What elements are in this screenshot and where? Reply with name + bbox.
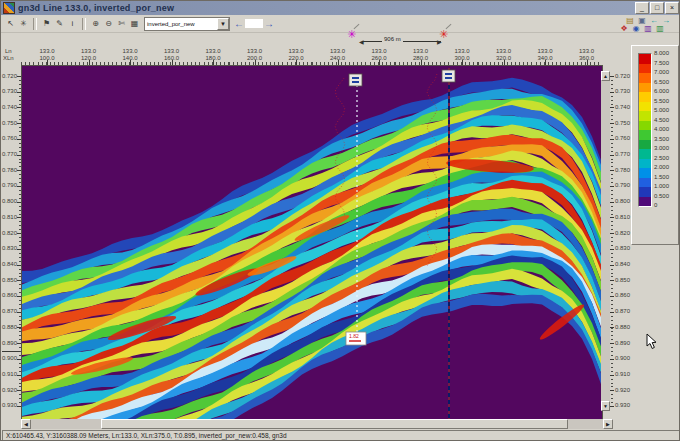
colorbar-segment (639, 130, 651, 140)
ruler-major-tick (504, 60, 505, 65)
right-axis-major-tick (610, 280, 614, 281)
scroll-down-icon[interactable]: ▼ (601, 401, 610, 411)
left-axis-major-tick (17, 170, 21, 171)
seismic-canvas[interactable]: 1.82 (21, 65, 603, 421)
cut-tool-icon[interactable]: ✄ (115, 17, 128, 30)
right-axis-label: 0.790 (615, 182, 639, 189)
ruler-major-tick (379, 60, 380, 65)
minimize-button[interactable]: _ (635, 2, 649, 14)
right-axis-label: 0.850 (615, 277, 639, 284)
vertical-scrollbar[interactable]: ▲ ▼ (601, 71, 610, 411)
scroll-right-icon[interactable]: ▶ (603, 419, 613, 429)
view-options-icon[interactable]: ◉ (631, 24, 641, 33)
right-axis-major-tick (610, 249, 614, 250)
right-axis-major-tick (610, 265, 614, 266)
attribute-select-value: inverted_por_new (145, 21, 217, 27)
wand-tool-icon[interactable]: ✳ (17, 17, 30, 30)
ruler-major-tick (587, 60, 588, 65)
attribute-select[interactable]: inverted_por_new ▼ (144, 17, 230, 31)
window-title: gn3d Line 133.0, inverted_por_new (18, 3, 174, 13)
colorbar-label: 3.500 (654, 136, 678, 142)
right-axis-major-tick (610, 233, 614, 234)
horizontal-scrollbar[interactable]: ◀ ▶ (21, 419, 613, 429)
info-tool-icon[interactable]: i (66, 17, 79, 30)
colorbar-label: 1.500 (654, 174, 678, 180)
left-axis-major-tick (17, 76, 21, 77)
colorbar-strip (638, 53, 652, 207)
toolbar: ↖✳⚑✎i⊕⊖✄▦ inverted_por_new ▼ ← → (1, 15, 680, 33)
well-head-icon[interactable] (442, 70, 455, 82)
arrow-right-icon: ▶ (437, 39, 442, 45)
ruler-line-value: 133.0 (322, 48, 354, 54)
grid-tool-icon[interactable]: ▦ (128, 17, 141, 30)
right-axis-label: 0.870 (615, 308, 639, 315)
ruler-line-value: 133.0 (405, 48, 437, 54)
left-axis-label: 0.870 (1, 308, 17, 315)
right-axis-label: 0.740 (615, 104, 639, 111)
scroll-left-icon[interactable]: ◀ (21, 419, 31, 429)
right-axis-major-tick (610, 76, 614, 77)
ruler-major-tick (545, 60, 546, 65)
right-axis-major-tick (610, 217, 614, 218)
maximize-button[interactable]: □ (650, 2, 664, 14)
right-axis-major-tick (610, 170, 614, 171)
right-axis-label: 0.930 (615, 402, 639, 409)
right-axis-major-tick (610, 123, 614, 124)
histogram-green-icon[interactable]: ▥ (655, 24, 665, 33)
prev-line-button[interactable]: ← (233, 18, 245, 29)
histogram-purple-icon[interactable]: ▥ (643, 24, 653, 33)
colorbar-label: 7.000 (654, 69, 678, 75)
left-axis-label: 0.830 (1, 245, 17, 252)
right-axis-major-tick (610, 359, 614, 360)
left-axis-major-tick (17, 312, 21, 313)
ruler-line-value: 133.0 (280, 48, 312, 54)
status-text: X:610465.43, Y:3160388.09 Meters, Ln:133… (2, 430, 680, 441)
ruler-major-tick (462, 60, 463, 65)
right-axis-label: 0.820 (615, 230, 639, 237)
pick-tool-icon[interactable]: ✎ (53, 17, 66, 30)
well-marker-label: 1.82 (346, 332, 366, 345)
palette-icon[interactable]: ❖ (619, 24, 629, 33)
left-axis-major-tick (17, 359, 21, 360)
colorbar-label: 4.000 (654, 126, 678, 132)
colorbar-segment (639, 92, 651, 102)
well-marker-left-icon[interactable]: ✳ (347, 29, 356, 40)
left-axis-label: 0.770 (1, 151, 17, 158)
title-bar[interactable]: gn3d Line 133.0, inverted_por_new _ □ × (1, 1, 680, 15)
next-line-button[interactable]: → (263, 18, 275, 29)
zoom-in-icon[interactable]: ⊕ (89, 17, 102, 30)
left-axis-label: 0.840 (1, 261, 17, 268)
colorbar-label: 4.500 (654, 117, 678, 123)
line-step-input[interactable] (245, 19, 263, 28)
left-axis-label: 0.850 (1, 277, 17, 284)
colorbar-segment (639, 159, 651, 169)
left-axis-label: 0.880 (1, 324, 17, 331)
right-axis-label: 0.720 (615, 73, 639, 80)
scrollbar-thumb[interactable] (101, 419, 568, 429)
ruler-major-tick (421, 60, 422, 65)
chevron-down-icon[interactable]: ▼ (217, 18, 229, 30)
flag-tool-icon[interactable]: ⚑ (40, 17, 53, 30)
close-button[interactable]: × (665, 2, 679, 14)
left-axis-label: 0.920 (1, 387, 17, 394)
right-axis-major-tick (610, 202, 614, 203)
application-window: gn3d Line 133.0, inverted_por_new _ □ × … (0, 0, 680, 441)
pointer-tool-icon[interactable]: ↖ (4, 17, 17, 30)
left-axis-major-tick (17, 186, 21, 187)
colorbar-segment (639, 197, 651, 207)
zoom-out-icon[interactable]: ⊖ (102, 17, 115, 30)
toolbar-right-row2: ❖◉▥▥ (619, 24, 665, 33)
right-axis-major-tick (610, 155, 614, 156)
ruler-major-tick (130, 60, 131, 65)
left-axis-major-tick (17, 217, 21, 218)
status-bar: X:610465.43, Y:3160388.09 Meters, Ln:133… (1, 429, 680, 441)
colorbar-label: 1.000 (654, 183, 678, 189)
scroll-up-icon[interactable]: ▲ (601, 71, 610, 81)
colorbar-segment (639, 111, 651, 121)
right-axis-label: 0.910 (615, 371, 639, 378)
well-head-icon[interactable] (349, 74, 362, 86)
right-axis-major-tick (610, 139, 614, 140)
colorbar-label: 2.500 (654, 155, 678, 161)
left-axis-label: 0.750 (1, 120, 17, 127)
ruler-major-tick (338, 60, 339, 65)
